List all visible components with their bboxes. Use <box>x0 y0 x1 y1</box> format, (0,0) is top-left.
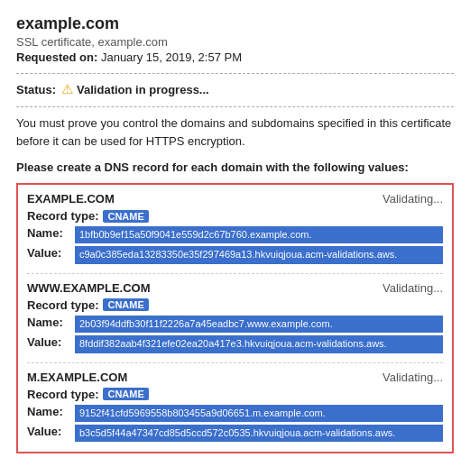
value-row: Value: c9a0c385eda13283350e35f297469a13.… <box>27 246 443 263</box>
record-type-row: Record type: CNAME <box>27 388 443 401</box>
domain-name: EXAMPLE.COM <box>27 192 115 206</box>
domain-block: M.EXAMPLE.COM Validating... Record type:… <box>27 371 443 443</box>
validating-text: Validating... <box>382 371 443 384</box>
name-value: 1bfb0b9ef15a50f9041e559d2c67b760.example… <box>75 226 443 243</box>
domain-header: EXAMPLE.COM Validating... <box>27 192 443 206</box>
record-type-badge: CNAME <box>103 388 148 400</box>
domain-header: M.EXAMPLE.COM Validating... <box>27 371 443 384</box>
requested-label: Requested on: <box>16 50 97 64</box>
value-value: b3c5d5f44a47347cd85d5ccd572c0535.hkvuiqj… <box>75 425 443 442</box>
name-label: Name: <box>27 226 70 240</box>
divider-2 <box>16 106 454 107</box>
name-value: 9152f41cfd5969558b803455a9d06651.m.examp… <box>75 405 443 422</box>
record-type-row: Record type: CNAME <box>27 209 443 223</box>
description-text: You must prove you control the domains a… <box>16 114 454 150</box>
value-label: Value: <box>27 335 70 349</box>
record-type-label: Record type: <box>27 298 98 312</box>
name-row: Name: 1bfb0b9ef15a50f9041e559d2c67b760.e… <box>27 226 443 243</box>
validating-text: Validating... <box>382 281 443 295</box>
value-value: 8fddif382aab4f321efe02ea20a417e3.hkvuiqj… <box>75 335 443 352</box>
value-label: Value: <box>27 246 70 260</box>
domain-separator <box>27 273 443 274</box>
instruction-text: Please create a DNS record for each doma… <box>16 160 454 174</box>
value-value: c9a0c385eda13283350e35f297469a13.hkvuiqj… <box>75 246 443 263</box>
domain-block: EXAMPLE.COM Validating... Record type: C… <box>27 192 443 264</box>
name-label: Name: <box>27 405 70 418</box>
records-box: EXAMPLE.COM Validating... Record type: C… <box>16 183 454 453</box>
domain-name: M.EXAMPLE.COM <box>27 371 127 384</box>
status-text: Validation in progress... <box>77 83 209 96</box>
site-title: example.com <box>16 14 454 33</box>
domain-name: WWW.EXAMPLE.COM <box>27 281 151 295</box>
domain-separator <box>27 362 443 363</box>
domain-block: WWW.EXAMPLE.COM Validating... Record typ… <box>27 281 443 353</box>
name-value: 2b03f94ddfb30f11f2226a7a45eadbc7.www.exa… <box>75 316 443 333</box>
name-row: Name: 2b03f94ddfb30f11f2226a7a45eadbc7.w… <box>27 316 443 333</box>
name-row: Name: 9152f41cfd5969558b803455a9d06651.m… <box>27 405 443 422</box>
domain-header: WWW.EXAMPLE.COM Validating... <box>27 281 443 295</box>
validating-text: Validating... <box>382 192 443 206</box>
requested-line: Requested on: January 15, 2019, 2:57 PM <box>16 50 454 64</box>
record-type-badge: CNAME <box>103 210 148 223</box>
warning-icon: ⚠ <box>61 81 73 97</box>
status-row: Status: ⚠ Validation in progress... <box>16 81 454 97</box>
record-type-badge: CNAME <box>103 298 148 311</box>
record-type-label: Record type: <box>27 388 98 401</box>
divider-1 <box>16 73 454 74</box>
status-label: Status: <box>16 83 56 96</box>
requested-value: January 15, 2019, 2:57 PM <box>101 50 242 64</box>
value-row: Value: 8fddif382aab4f321efe02ea20a417e3.… <box>27 335 443 352</box>
record-type-label: Record type: <box>27 209 98 223</box>
value-label: Value: <box>27 425 70 438</box>
subtitle: SSL certificate, example.com <box>16 35 454 49</box>
record-type-row: Record type: CNAME <box>27 298 443 312</box>
value-row: Value: b3c5d5f44a47347cd85d5ccd572c0535.… <box>27 425 443 442</box>
name-label: Name: <box>27 316 70 329</box>
